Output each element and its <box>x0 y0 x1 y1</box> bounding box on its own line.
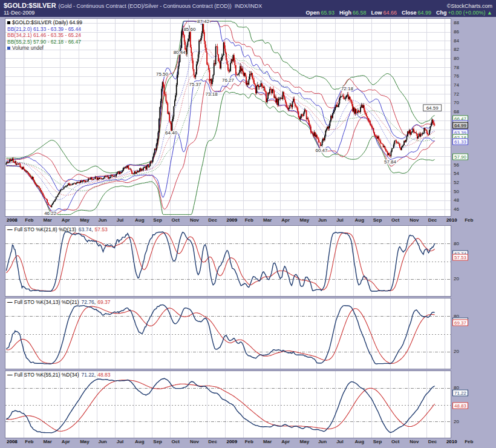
price-axis-label: 46 <box>454 207 459 212</box>
title-line: $GOLD:$SILVER (Gold - Continuous Contrac… <box>4 2 492 9</box>
x-axis-month-label: Jul <box>117 439 124 444</box>
x-axis-month-label: May <box>80 439 90 444</box>
stoch-panel-1: —Full STO %K(21,8) %D(13)63.74,57.53 802… <box>5 225 496 297</box>
x-axis-month-label: Jun <box>98 439 106 444</box>
x-axis-month-label: Nov <box>190 439 199 444</box>
ref-lines-layer <box>5 317 451 352</box>
svg-text:75.50: 75.50 <box>156 71 169 77</box>
stoch-d-value-1: 57.53 <box>95 226 108 232</box>
stoch-chart-svg-2 <box>5 298 451 369</box>
stoch-axis-label: 80 <box>454 242 459 246</box>
x-axis-month-label: Feb <box>25 217 33 223</box>
line-icon: — <box>7 226 13 232</box>
stoch-plot-area-1: —Full STO %K(21,8) %D(13)63.74,57.53 <box>5 225 451 297</box>
date-axis-bottom: 2008FebMarAprMayJunJulAugSepOctNovDec200… <box>5 438 479 447</box>
x-axis-month-label: Apr <box>62 217 70 223</box>
legend-text: BB(55,2.5) 57.90 - 62.18 - 66.47 <box>7 39 81 45</box>
x-axis-month-label: Jul <box>117 217 124 223</box>
x-axis-month-label: Feb <box>245 217 253 223</box>
price-axis-label: 50 <box>454 189 459 194</box>
stoch-d-line <box>6 233 434 291</box>
x-axis-month-label: Mar <box>44 217 52 223</box>
x-axis-year-label: 2009 <box>226 439 237 444</box>
stoch-d-axis-box: 48.83 <box>452 403 468 409</box>
svg-text:46.22: 46.22 <box>44 211 57 216</box>
quote-label: Open <box>305 10 319 16</box>
x-axis-month-label: Oct <box>172 217 180 223</box>
stoch-chart-svg-3 <box>5 371 451 438</box>
chart-stack: $GOLD:$SILVER (Daily) 64.99BB(21,2.0) 61… <box>0 17 496 447</box>
legend-line: BB(21,2.0) 61.33 - 63.39 - 65.44 <box>7 26 82 33</box>
svg-text:64.40: 64.40 <box>165 130 178 136</box>
x-axis-month-label: Feb <box>245 439 253 444</box>
stoch-axis-label: 20 <box>454 420 459 424</box>
line-icon: — <box>7 372 13 378</box>
stoch-d-value-3: 48.83 <box>97 372 110 378</box>
stoch-d-line <box>6 380 434 432</box>
quote-value: +0.00 (+0.00%) ▲ <box>448 10 492 16</box>
legend-text: BB(34,2.1) 61.46 - 63.35 - 65.24 <box>7 32 81 38</box>
x-axis-month-label: Dec <box>428 439 437 444</box>
price-axis-label: 86 <box>454 30 459 35</box>
price-axis-box: 64.99 <box>452 122 468 128</box>
x-axis-month-label: May <box>80 217 90 223</box>
x-axis-year-label: 2008 <box>7 439 18 444</box>
stoch-d-axis-box: 69.37 <box>452 320 468 326</box>
quote-label: Low <box>371 10 382 16</box>
price-axis-label: 48 <box>454 198 459 203</box>
stoch-axis-label: 20 <box>454 277 459 282</box>
legend-text: Volume undef <box>12 45 44 51</box>
legend-line: BB(34,2.1) 61.46 - 63.35 - 65.24 <box>7 32 82 39</box>
stoch-y-axis-1: 802063.7457.53 <box>451 225 479 297</box>
x-axis-month-label: Apr <box>62 439 70 444</box>
separator: , <box>91 226 93 232</box>
price-axis-label: 52 <box>454 180 459 185</box>
x-axis-month-label: Sep <box>373 217 382 223</box>
price-axis-box: 61.33 <box>452 138 468 145</box>
x-axis-month-label: Oct <box>172 439 180 444</box>
ref-lines-layer <box>5 244 451 280</box>
stoch-panel-2: —Full STO %K(34,13) %D(21)72.76,69.37 80… <box>5 298 496 369</box>
x-axis-month-label: Feb <box>465 439 473 444</box>
legend-line: $GOLD:$SILVER (Daily) 64.99 <box>7 19 82 26</box>
price-axis-label: 54 <box>454 171 459 176</box>
price-axis-label: 74 <box>454 83 459 88</box>
ticker-description: (Gold - Continuous Contract (EOD)/Silver… <box>59 3 232 9</box>
stoch-label-3: Full STO %K(55,21) %D(34) <box>15 372 79 378</box>
x-axis-year-label: 2010 <box>446 439 457 444</box>
x-axis-month-label: Jun <box>318 217 327 223</box>
x-axis-month-label: Dec <box>428 217 437 223</box>
svg-text:87.42: 87.42 <box>197 19 210 24</box>
stoch-plot-area-3: —Full STO %K(55,21) %D(34)71.22,48.83 <box>5 371 451 438</box>
x-axis-month-label: Aug <box>135 217 145 223</box>
stoch-d-axis-box: 57.53 <box>452 254 468 260</box>
price-plot-area: $GOLD:$SILVER (Daily) 64.99BB(21,2.0) 61… <box>5 18 451 217</box>
price-axis-label: 84 <box>454 39 459 44</box>
price-axis-label: 68 <box>454 110 459 114</box>
quote-value: 64.99 <box>418 10 432 16</box>
stoch-legend-1: —Full STO %K(21,8) %D(13)63.74,57.53 <box>7 226 108 233</box>
x-axis-month-label: Mar <box>44 439 52 444</box>
price-axis-label: 72 <box>454 92 459 97</box>
stoch-k-line <box>6 378 434 433</box>
price-axis-label: 70 <box>454 100 459 105</box>
quote-value: 65.93 <box>321 10 334 16</box>
quote-label: Chg <box>436 10 447 16</box>
chart-header: $GOLD:$SILVER (Gold - Continuous Contrac… <box>0 0 496 17</box>
stoch-axis-label: 20 <box>454 349 459 354</box>
x-axis-month-label: Jul <box>336 439 344 444</box>
price-legend: $GOLD:$SILVER (Daily) 64.99BB(21,2.0) 61… <box>7 19 82 51</box>
ticker-symbol: $GOLD:$SILVER <box>4 2 56 9</box>
candlestick-icon <box>7 21 10 24</box>
stoch-chart-svg-1 <box>5 226 451 296</box>
x-axis-month-label: Sep <box>153 439 162 444</box>
x-axis-month-label: Mar <box>263 217 272 223</box>
stoch-k-value-3: 71.22 <box>82 372 94 378</box>
quote-date: 11-Dec-2009 <box>4 10 34 16</box>
x-axis-year-label: 2009 <box>226 217 237 223</box>
legend-text: $GOLD:$SILVER (Daily) 64.99 <box>12 19 82 25</box>
x-axis-month-label: Apr <box>281 217 290 223</box>
stoch-y-axis-2: 802072.7669.37 <box>451 298 479 369</box>
ref-lines-layer <box>5 388 451 421</box>
price-axis-label: 76 <box>454 74 459 79</box>
